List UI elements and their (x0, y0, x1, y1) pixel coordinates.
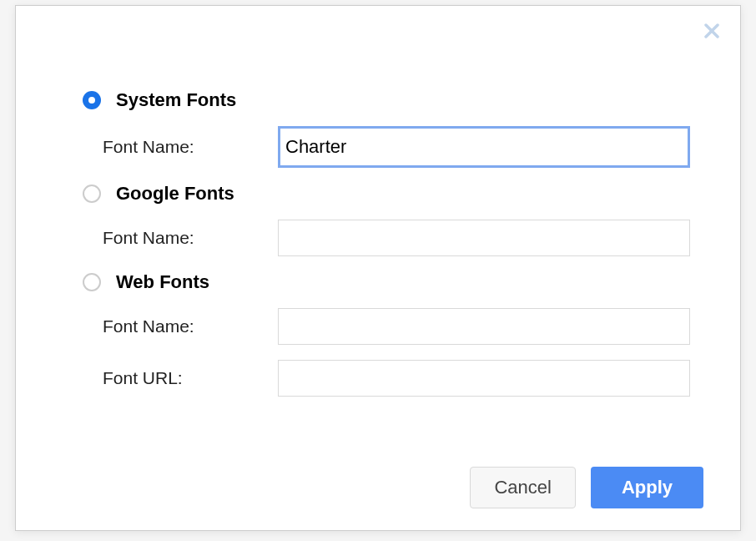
web-fonts-title: Web Fonts (116, 271, 209, 293)
web-fonts-radio[interactable] (83, 273, 101, 291)
web-font-name-row: Font Name: (103, 308, 690, 345)
google-font-name-input[interactable] (278, 220, 690, 256)
google-font-name-row: Font Name: (103, 220, 690, 256)
system-font-name-row: Font Name: (103, 126, 690, 168)
web-font-name-input[interactable] (278, 308, 690, 345)
system-fonts-radio[interactable] (83, 91, 101, 109)
apply-button[interactable]: Apply (591, 467, 703, 508)
web-font-url-input[interactable] (278, 360, 690, 397)
dialog-content: System Fonts Font Name: Google Fonts Fon… (16, 6, 740, 397)
web-font-name-label: Font Name: (103, 316, 278, 336)
close-icon[interactable] (698, 18, 725, 44)
google-fonts-row: Google Fonts (83, 183, 690, 205)
system-fonts-title: System Fonts (116, 89, 236, 111)
google-fonts-radio[interactable] (83, 185, 101, 203)
web-fonts-row: Web Fonts (83, 271, 690, 293)
google-fonts-title: Google Fonts (116, 183, 234, 205)
system-font-name-input[interactable] (278, 126, 690, 168)
web-font-url-label: Font URL: (103, 368, 278, 388)
dialog-button-row: Cancel Apply (470, 467, 703, 508)
google-font-name-label: Font Name: (103, 228, 278, 248)
font-dialog: System Fonts Font Name: Google Fonts Fon… (15, 5, 741, 531)
system-fonts-row: System Fonts (83, 89, 690, 111)
system-font-name-label: Font Name: (103, 137, 278, 157)
web-font-url-row: Font URL: (103, 360, 690, 397)
cancel-button[interactable]: Cancel (470, 467, 575, 508)
